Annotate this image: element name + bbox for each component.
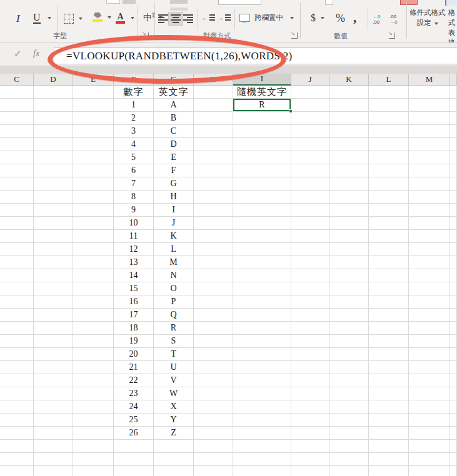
cell-L19[interactable] xyxy=(369,322,409,335)
cell-D28[interactable] xyxy=(34,440,73,453)
cell-D11[interactable] xyxy=(34,217,73,230)
cell-D9[interactable] xyxy=(34,191,73,204)
cell-D14[interactable] xyxy=(34,256,73,269)
cell-H21[interactable] xyxy=(194,348,233,361)
cell-N24[interactable] xyxy=(450,387,457,400)
cell-M9[interactable] xyxy=(409,191,450,204)
cell-H13[interactable] xyxy=(194,243,233,256)
cell-F30[interactable] xyxy=(114,466,154,476)
cell-N30[interactable] xyxy=(450,466,457,476)
enter-check-icon[interactable]: ✓ xyxy=(14,48,22,59)
currency-format-button[interactable]: $ xyxy=(311,12,324,24)
cell-N21[interactable] xyxy=(450,348,457,361)
cell-I2[interactable]: R xyxy=(233,99,291,112)
cell-C7[interactable] xyxy=(0,164,34,177)
cell-E6[interactable] xyxy=(73,151,114,164)
cell-L23[interactable] xyxy=(369,374,409,387)
cell-H27[interactable] xyxy=(194,427,233,440)
cell-G2[interactable]: A xyxy=(154,99,194,112)
cell-G10[interactable]: I xyxy=(154,204,194,217)
cell-K2[interactable] xyxy=(329,99,369,112)
merge-center-button[interactable]: ↔ 跨欄置中 xyxy=(239,13,294,22)
cell-L11[interactable] xyxy=(369,217,409,230)
cell-L5[interactable] xyxy=(369,138,409,151)
increase-decimal-button[interactable]: ←0 .00 xyxy=(373,14,380,25)
cell-C6[interactable] xyxy=(0,151,34,164)
cell-D26[interactable] xyxy=(34,414,73,427)
cell-C14[interactable] xyxy=(0,256,34,269)
cell-E20[interactable] xyxy=(73,335,114,348)
cell-L28[interactable] xyxy=(369,440,409,453)
cell-E17[interactable] xyxy=(73,295,114,309)
cell-D21[interactable] xyxy=(34,348,73,361)
cell-G14[interactable]: M xyxy=(154,256,194,269)
cell-M4[interactable] xyxy=(409,125,450,138)
cell-H6[interactable] xyxy=(194,151,233,164)
cell-C24[interactable] xyxy=(0,387,34,400)
cell-L16[interactable] xyxy=(369,282,409,295)
cell-H3[interactable] xyxy=(194,112,233,125)
cell-M29[interactable] xyxy=(409,453,450,466)
cell-G20[interactable]: S xyxy=(154,335,194,348)
cell-D24[interactable] xyxy=(34,387,73,400)
cell-M19[interactable] xyxy=(409,322,450,335)
cell-N12[interactable] xyxy=(450,230,457,243)
cell-N5[interactable] xyxy=(450,138,457,151)
formula-input[interactable]: =VLOOKUP(RANDBETWEEN(1,26),WORDS,2) xyxy=(54,47,457,64)
cell-K10[interactable] xyxy=(329,204,369,217)
cell-H15[interactable] xyxy=(194,269,233,282)
cell-J14[interactable] xyxy=(291,256,329,269)
cell-G30[interactable] xyxy=(154,466,194,476)
cell-K17[interactable] xyxy=(329,295,369,309)
cell-K26[interactable] xyxy=(329,414,369,427)
cell-G1[interactable]: 英文字 xyxy=(154,86,194,99)
cell-J25[interactable] xyxy=(291,400,329,414)
cell-M28[interactable] xyxy=(409,440,450,453)
cell-M23[interactable] xyxy=(409,374,450,387)
cell-G18[interactable]: Q xyxy=(154,309,194,322)
cell-L13[interactable] xyxy=(369,243,409,256)
cell-H17[interactable] xyxy=(194,295,233,309)
column-header-G[interactable]: G xyxy=(154,74,194,86)
cell-D30[interactable] xyxy=(34,466,73,476)
cell-N1[interactable] xyxy=(450,86,457,99)
cell-E21[interactable] xyxy=(73,348,114,361)
cell-E25[interactable] xyxy=(73,400,114,414)
column-header-I[interactable]: I xyxy=(233,74,291,86)
cell-N29[interactable] xyxy=(450,453,457,466)
cell-D16[interactable] xyxy=(34,282,73,295)
cell-E27[interactable] xyxy=(73,427,114,440)
cell-K13[interactable] xyxy=(329,243,369,256)
cell-N15[interactable] xyxy=(450,269,457,282)
cell-C26[interactable] xyxy=(0,414,34,427)
cell-H5[interactable] xyxy=(194,138,233,151)
cell-J22[interactable] xyxy=(291,361,329,374)
cell-N17[interactable] xyxy=(450,295,457,309)
cell-F23[interactable]: 22 xyxy=(114,374,154,387)
cell-K3[interactable] xyxy=(329,112,369,125)
cell-K14[interactable] xyxy=(329,256,369,269)
cell-F25[interactable]: 24 xyxy=(114,400,154,414)
cell-F11[interactable]: 10 xyxy=(114,217,154,230)
cell-H29[interactable] xyxy=(194,453,233,466)
cell-M12[interactable] xyxy=(409,230,450,243)
cell-G9[interactable]: H xyxy=(154,191,194,204)
cell-L6[interactable] xyxy=(369,151,409,164)
column-header-K[interactable]: K xyxy=(329,74,369,86)
cell-D27[interactable] xyxy=(34,427,73,440)
cell-I28[interactable] xyxy=(233,440,291,453)
cell-E14[interactable] xyxy=(73,256,114,269)
cell-F12[interactable]: 11 xyxy=(114,230,154,243)
cell-M17[interactable] xyxy=(409,295,450,309)
column-header-F[interactable]: F xyxy=(114,74,154,86)
cell-C20[interactable] xyxy=(0,335,34,348)
number-dialog-launcher-icon[interactable] xyxy=(389,32,395,39)
cell-I12[interactable] xyxy=(233,230,291,243)
cell-F16[interactable]: 15 xyxy=(114,282,154,295)
cell-K24[interactable] xyxy=(329,387,369,400)
cell-E23[interactable] xyxy=(73,374,114,387)
cell-J23[interactable] xyxy=(291,374,329,387)
cell-C10[interactable] xyxy=(0,204,34,217)
cell-G24[interactable]: W xyxy=(154,387,194,400)
align-center-button[interactable] xyxy=(168,12,183,26)
